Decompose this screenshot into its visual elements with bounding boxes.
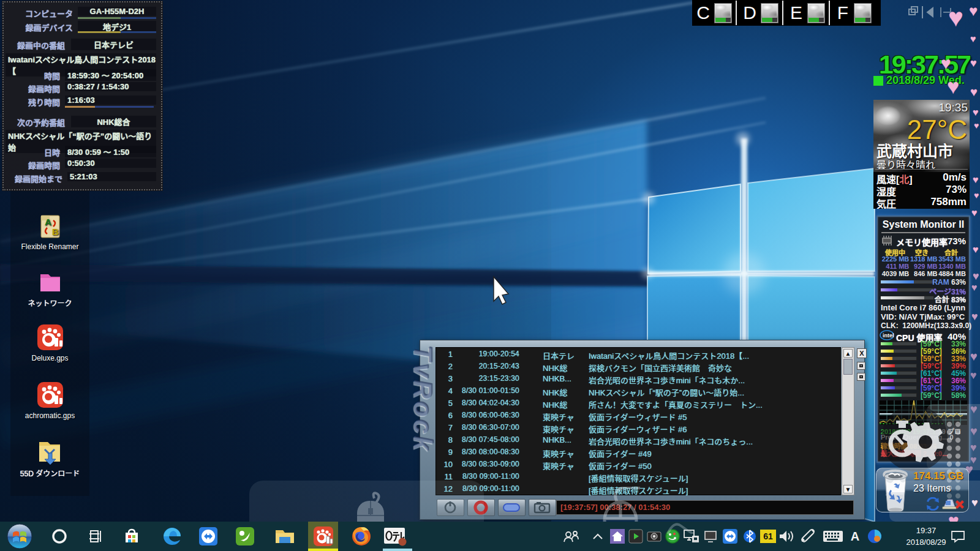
svg-text:A: A bbox=[45, 217, 51, 227]
svg-text:B: B bbox=[52, 227, 59, 237]
